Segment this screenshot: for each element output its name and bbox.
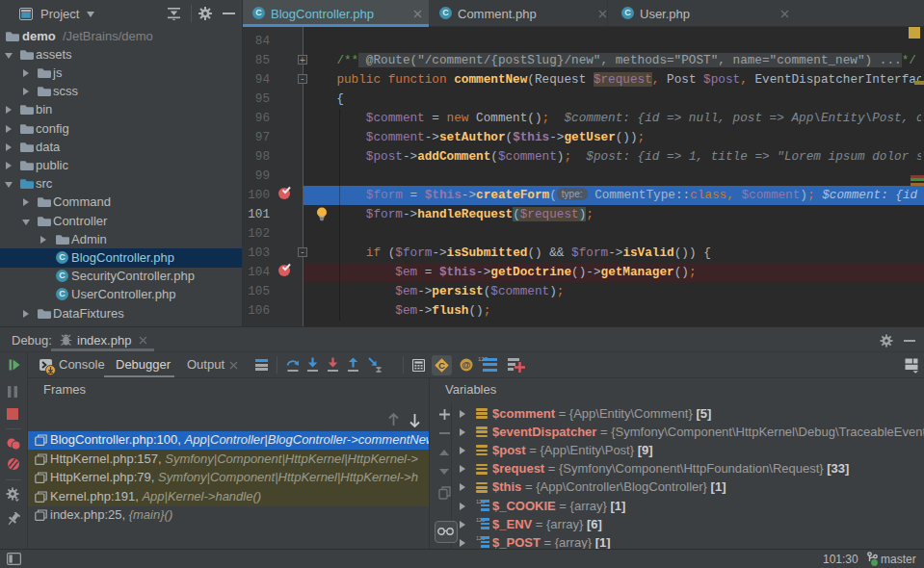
svg-text:@: @ xyxy=(462,359,470,370)
svg-text:C: C xyxy=(438,360,445,371)
